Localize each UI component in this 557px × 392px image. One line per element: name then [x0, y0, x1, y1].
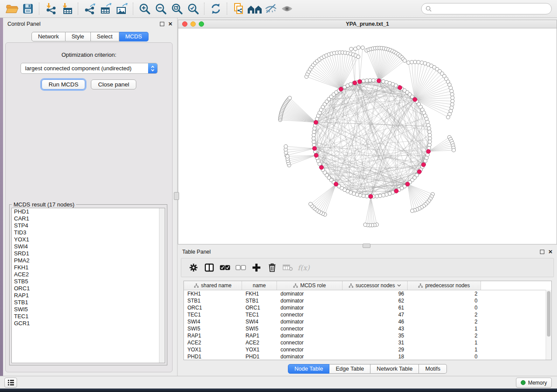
optimization-criterion-dropdown[interactable]: largest connected component (undirected)	[21, 63, 158, 74]
close-table-panel-icon[interactable]: ✕	[548, 250, 553, 254]
table-cell[interactable]: TEC1	[242, 311, 277, 318]
table-cell[interactable]: 2	[408, 311, 481, 318]
new-network-from-selection-button[interactable]	[230, 1, 246, 16]
export-network-button[interactable]	[81, 1, 97, 16]
table-cell[interactable]: dominator	[277, 318, 343, 325]
table-cell[interactable]: 2	[408, 332, 481, 339]
table-row[interactable]: STB1STB1dominator620	[184, 297, 551, 304]
tab-network-table[interactable]: Network Table	[370, 364, 419, 374]
result-list-scrollbar[interactable]	[159, 208, 165, 363]
column-header-successor-nodes[interactable]: successor nodes	[343, 281, 408, 290]
mcds-result-item[interactable]: CAR1	[12, 215, 165, 222]
table-cell[interactable]: dominator	[277, 353, 343, 360]
table-cell[interactable]: 61	[343, 304, 408, 311]
mcds-result-item[interactable]: ORC1	[12, 285, 165, 292]
table-cell[interactable]: 1	[408, 325, 481, 332]
mcds-result-item[interactable]: FKH1	[12, 264, 165, 271]
tab-select[interactable]: Select	[91, 32, 119, 41]
table-cell[interactable]: 29	[343, 346, 408, 353]
table-mode-button[interactable]	[187, 261, 201, 275]
table-cell[interactable]: connector	[277, 339, 343, 346]
tab-style[interactable]: Style	[66, 32, 91, 41]
zoom-out-button[interactable]	[152, 1, 169, 16]
search-field[interactable]	[421, 3, 552, 14]
table-cell[interactable]: 47	[343, 311, 408, 318]
table-cell[interactable]: connector	[277, 346, 343, 353]
column-header-shared-name[interactable]: shared name	[184, 281, 242, 290]
network-window-titlebar[interactable]: YPA_prune.txt_1	[178, 20, 557, 28]
run-mcds-button[interactable]: Run MCDS	[42, 79, 85, 89]
table-cell[interactable]: 46	[343, 318, 408, 325]
export-table-button[interactable]	[97, 1, 114, 16]
memory-button[interactable]: Memory	[516, 378, 552, 388]
table-cell[interactable]: 31	[343, 339, 408, 346]
table-cell[interactable]: connector	[277, 325, 343, 332]
zoom-fit-button[interactable]	[169, 1, 185, 16]
table-cell[interactable]: 35	[343, 332, 408, 339]
show-columns-button[interactable]	[202, 261, 216, 275]
select-all-button[interactable]	[218, 261, 232, 275]
table-cell[interactable]: ACE2	[184, 339, 242, 346]
table-cell[interactable]: SWI4	[184, 318, 242, 325]
vertical-splitter-handle[interactable]	[174, 192, 179, 200]
table-cell[interactable]: 0	[408, 353, 481, 360]
column-header-MCDS-role[interactable]: MCDS role	[277, 281, 343, 290]
table-cell[interactable]: RAP1	[242, 332, 277, 339]
mcds-result-item[interactable]: SRD1	[12, 250, 165, 257]
table-cell[interactable]: 1	[408, 339, 481, 346]
network-canvas[interactable]	[178, 28, 557, 244]
table-cell[interactable]: SWI5	[242, 325, 277, 332]
table-cell[interactable]: dominator	[277, 304, 343, 311]
delete-columns-button[interactable]	[265, 261, 279, 275]
open-file-button[interactable]	[3, 1, 20, 16]
import-table-button[interactable]	[59, 1, 75, 16]
table-cell[interactable]: ORC1	[184, 304, 242, 311]
function-builder-button[interactable]: f(x)	[297, 261, 311, 275]
column-header-predecessor-nodes[interactable]: predecessor nodes	[408, 281, 481, 290]
column-header-name[interactable]: name	[242, 281, 277, 290]
table-cell[interactable]: PHD1	[242, 353, 277, 360]
table-cell[interactable]: TEC1	[184, 311, 242, 318]
horizontal-splitter-handle[interactable]	[363, 244, 370, 248]
refresh-button[interactable]	[208, 1, 224, 16]
table-cell[interactable]: RAP1	[184, 332, 242, 339]
table-cell[interactable]: 43	[343, 325, 408, 332]
close-panel-button[interactable]: Close panel	[91, 79, 136, 89]
table-cell[interactable]: 62	[343, 297, 408, 304]
table-cell[interactable]: STB1	[184, 297, 242, 304]
tab-node-table[interactable]: Node Table	[288, 364, 330, 374]
table-cell[interactable]: FKH1	[184, 290, 242, 297]
search-input[interactable]	[434, 5, 551, 12]
table-cell[interactable]: 0	[408, 304, 481, 311]
table-row[interactable]: SWI4SWI4dominator462	[184, 318, 551, 325]
table-row[interactable]: ACE2ACE2connector311	[184, 339, 551, 346]
import-network-button[interactable]	[42, 1, 59, 16]
table-cell[interactable]: ACE2	[242, 339, 277, 346]
network-graph[interactable]	[178, 28, 557, 244]
table-cell[interactable]: SWI4	[242, 318, 277, 325]
table-row[interactable]: RAP1RAP1dominator352	[184, 332, 551, 339]
table-scrollbar-thumb[interactable]	[547, 291, 550, 337]
save-session-button[interactable]	[20, 1, 36, 16]
table-cell[interactable]: dominator	[277, 297, 343, 304]
mcds-result-item[interactable]: TID3	[12, 229, 165, 236]
mcds-result-item[interactable]: STB5	[12, 278, 165, 285]
mcds-result-list[interactable]: PHD1CAR1STP4TID3YOX1SWI4SRD1PMA2FKH1ACE2…	[11, 208, 165, 363]
table-cell[interactable]: 2	[408, 318, 481, 325]
table-cell[interactable]: STB1	[242, 297, 277, 304]
table-cell[interactable]: PHD1	[184, 353, 242, 360]
table-row[interactable]: ORC1ORC1dominator610	[184, 304, 551, 311]
tab-edge-table[interactable]: Edge Table	[329, 364, 370, 374]
tab-mcds[interactable]: MCDS	[119, 32, 149, 41]
float-table-panel-icon[interactable]	[540, 250, 544, 254]
mcds-result-item[interactable]: TEC1	[12, 313, 165, 320]
mcds-result-item[interactable]: SWI4	[12, 243, 165, 250]
mcds-result-item[interactable]: RAP1	[12, 292, 165, 299]
create-column-button[interactable]	[249, 261, 263, 275]
table-cell[interactable]: ORC1	[242, 304, 277, 311]
table-cell[interactable]: FKH1	[242, 290, 277, 297]
mcds-result-item[interactable]: STP4	[12, 222, 165, 229]
mcds-result-item[interactable]: PMA2	[12, 257, 165, 264]
hide-selected-button[interactable]	[263, 1, 279, 16]
table-row[interactable]: YOX1YOX1connector291	[184, 346, 551, 353]
